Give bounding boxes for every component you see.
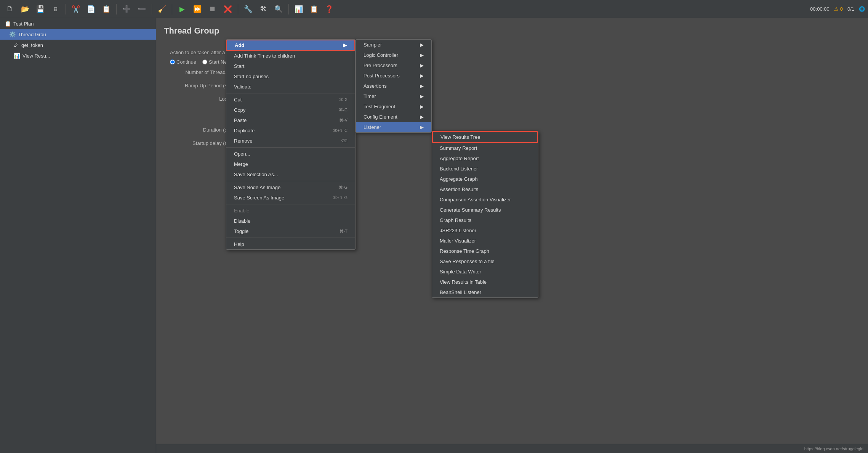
menu-item-simple-data-writer[interactable]: Simple Data Writer <box>432 267 538 277</box>
sidebar-label-get-token: get_token <box>21 42 43 48</box>
remove-icon[interactable]: ➖ <box>135 2 149 16</box>
menu-item-open[interactable]: Open... <box>226 149 355 159</box>
menu-item-assertion-results[interactable]: Assertion Results <box>432 184 538 194</box>
menu-item-logic-controller[interactable]: Logic Controller ▶ <box>356 50 431 60</box>
menu-item-enable: Enable <box>226 206 355 216</box>
separator-a <box>226 93 355 93</box>
menu-item-save-screen-image[interactable]: Save Screen As Image ⌘+⇧-G <box>226 193 355 203</box>
menu-item-assertions[interactable]: Assertions ▶ <box>356 81 431 91</box>
radio-continue[interactable]: Continue <box>170 59 196 65</box>
sidebar-label-view-results: View Resu... <box>22 53 50 59</box>
toolbar-time-section: 00:00:00 ⚠ 0 0/1 🌐 <box>810 6 865 12</box>
menu-item-save-node-image[interactable]: Save Node As Image ⌘-G <box>226 182 355 193</box>
clear-all-icon[interactable]: 🧹 <box>155 2 169 16</box>
menu-item-backend-listener[interactable]: Backend Listener <box>432 164 538 174</box>
help-icon[interactable]: ❓ <box>322 2 336 16</box>
submenu-add: Sampler ▶ Logic Controller ▶ Pre Process… <box>356 39 432 133</box>
menu-item-beanshell-listener[interactable]: BeanShell Listener <box>432 287 538 297</box>
function-helper-icon[interactable]: 📋 <box>307 2 321 16</box>
menu-item-config-element[interactable]: Config Element ▶ <box>356 112 431 122</box>
separator-3 <box>152 4 152 14</box>
menu-item-comparison-assertion-visualizer[interactable]: Comparison Assertion Visualizer <box>432 194 538 205</box>
submenu-listener: View Results Tree Summary Report Aggrega… <box>432 131 538 298</box>
page-title: Thread Group <box>164 26 860 36</box>
menu-item-validate[interactable]: Validate <box>226 82 355 92</box>
sidebar-item-view-results[interactable]: 📊 View Resu... <box>0 50 156 61</box>
elapsed-time: 00:00:00 <box>810 6 830 12</box>
view-results-icon: 📊 <box>14 53 20 59</box>
menu-item-save-selection[interactable]: Save Selection As... <box>226 169 355 180</box>
menu-item-remove[interactable]: Remove ⌫ <box>226 136 355 146</box>
menu-item-paste[interactable]: Paste ⌘-V <box>226 115 355 125</box>
stop-icon[interactable]: ⏹ <box>206 2 219 16</box>
add-arrow: ▶ <box>343 42 347 48</box>
separator-2 <box>116 4 117 14</box>
menu-item-start[interactable]: Start <box>226 61 355 71</box>
menu-item-response-time-graph[interactable]: Response Time Graph <box>432 246 538 256</box>
save-icon[interactable]: 💾 <box>34 2 47 16</box>
remote-stop-icon[interactable]: 🛠 <box>256 2 270 16</box>
menu-item-aggregate-report[interactable]: Aggregate Report <box>432 153 538 164</box>
menu-item-aggregate-graph[interactable]: Aggregate Graph <box>432 174 538 184</box>
menu-item-jsr223-listener[interactable]: JSR223 Listener <box>432 225 538 236</box>
menu-item-view-results-tree[interactable]: View Results Tree <box>433 132 537 142</box>
menu-item-sampler[interactable]: Sampler ▶ <box>356 40 431 50</box>
separator-6 <box>288 4 289 14</box>
paste-icon[interactable]: 📋 <box>99 2 113 16</box>
remote-start-icon[interactable]: 🔧 <box>241 2 255 16</box>
screenshot-icon[interactable]: 🖥 <box>49 2 62 16</box>
separator-b <box>226 147 355 148</box>
status-bar: https://blog.csdn.net/strugglegirl <box>156 444 868 453</box>
content-area: Thread Group Action to be taken after a … <box>156 18 868 453</box>
sidebar: 📋 Test Plan ⚙️ Thread Grou 🖊 get_token 📊… <box>0 18 156 453</box>
main-layout: 📋 Test Plan ⚙️ Thread Grou 🖊 get_token 📊… <box>0 18 868 453</box>
menu-item-generate-summary-results[interactable]: Generate Summary Results <box>432 205 538 215</box>
menu-item-pre-processors[interactable]: Pre Processors ▶ <box>356 60 431 71</box>
menu-item-cut[interactable]: Cut ⌘-X <box>226 95 355 105</box>
menu-item-mailer-visualizer[interactable]: Mailer Visualizer <box>432 236 538 246</box>
menu-item-merge[interactable]: Merge <box>226 159 355 169</box>
menu-item-add-think-times[interactable]: Add Think Times to children <box>226 51 355 61</box>
sidebar-item-test-plan[interactable]: 📋 Test Plan <box>0 18 156 29</box>
sidebar-item-thread-group[interactable]: ⚙️ Thread Grou <box>0 29 156 40</box>
log-icon[interactable]: 📊 <box>292 2 306 16</box>
play-no-pause-icon[interactable]: ⏩ <box>191 2 204 16</box>
copy-icon[interactable]: 📄 <box>84 2 98 16</box>
warning-badge: ⚠ 0 <box>834 6 843 12</box>
sidebar-label-thread-group: Thread Grou <box>18 32 46 37</box>
toolbar: 🗋 📂 💾 🖥 ✂️ 📄 📋 ➕ ➖ 🧹 ▶ ⏩ ⏹ ❌ 🔧 🛠 🔍 📊 📋 ❓… <box>0 0 868 18</box>
menu-item-toggle[interactable]: Toggle ⌘-T <box>226 226 355 236</box>
main-context-menu: Add ▶ Add Think Times to children Start … <box>226 39 356 250</box>
cut-icon[interactable]: ✂️ <box>69 2 83 16</box>
thread-ratio: 0/1 <box>847 6 854 12</box>
add-label: Add <box>235 42 244 48</box>
menu-item-listener[interactable]: Listener ▶ <box>356 122 431 132</box>
globe-icon: 🌐 <box>859 6 865 12</box>
menu-item-timer[interactable]: Timer ▶ <box>356 91 431 101</box>
menu-item-duplicate[interactable]: Duplicate ⌘+⇧-C <box>226 125 355 136</box>
menu-item-copy[interactable]: Copy ⌘-C <box>226 105 355 115</box>
separator-4 <box>172 4 172 14</box>
menu-item-graph-results[interactable]: Graph Results <box>432 215 538 225</box>
status-url: https://blog.csdn.net/strugglegirl <box>804 447 863 451</box>
new-icon[interactable]: 🗋 <box>3 2 17 16</box>
separator-5 <box>238 4 238 14</box>
sidebar-item-get-token[interactable]: 🖊 get_token <box>0 40 156 50</box>
menu-item-add[interactable]: Add ▶ <box>226 40 355 51</box>
menu-item-view-results-table[interactable]: View Results in Table <box>432 277 538 287</box>
play-icon[interactable]: ▶ <box>175 2 189 16</box>
get-token-icon: 🖊 <box>14 42 19 48</box>
remote-icon-2[interactable]: 🔍 <box>272 2 285 16</box>
menu-item-start-no-pauses[interactable]: Start no pauses <box>226 71 355 82</box>
menu-item-save-responses[interactable]: Save Responses to a file <box>432 256 538 267</box>
stop-now-icon[interactable]: ❌ <box>221 2 235 16</box>
test-plan-icon: 📋 <box>5 21 11 27</box>
menu-item-test-fragment[interactable]: Test Fragment ▶ <box>356 101 431 112</box>
add-icon[interactable]: ➕ <box>120 2 133 16</box>
menu-item-post-processors[interactable]: Post Processors ▶ <box>356 71 431 81</box>
menu-item-disable[interactable]: Disable <box>226 216 355 226</box>
open-icon[interactable]: 📂 <box>18 2 32 16</box>
menu-item-summary-report[interactable]: Summary Report <box>432 143 538 153</box>
menu-item-help[interactable]: Help <box>226 239 355 249</box>
warning-count: 0 <box>840 6 843 12</box>
